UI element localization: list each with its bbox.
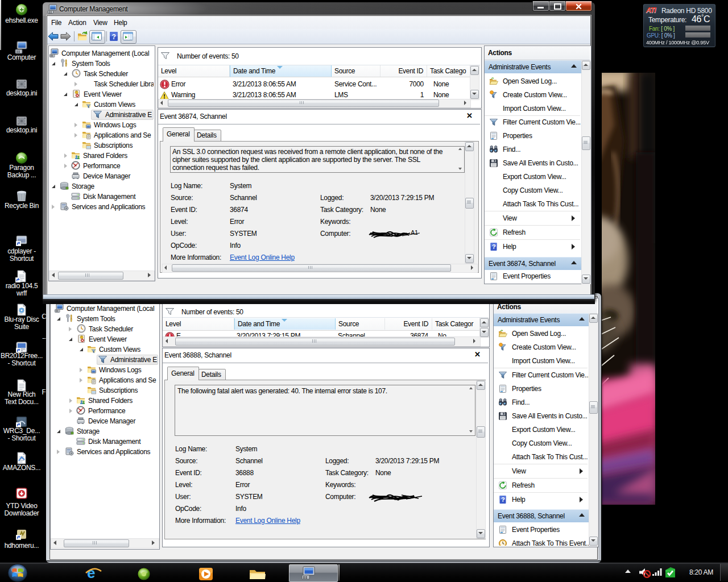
svg-text:A1: A1 <box>411 229 418 236</box>
svg-text:?: ? <box>112 33 116 41</box>
